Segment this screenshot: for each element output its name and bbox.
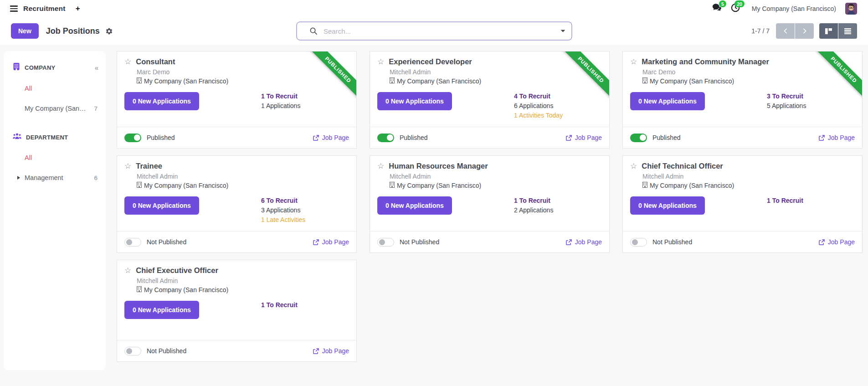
building-icon: [390, 77, 395, 85]
company-switcher[interactable]: My Company (San Francisco): [752, 5, 836, 12]
job-card-cto[interactable]: ☆ Chief Technical Officer Mitchell Admin…: [622, 155, 863, 253]
card-stats: 3 To Recruit 5 Applications: [767, 92, 806, 111]
to-recruit-stat[interactable]: 4 To Recruit: [514, 92, 563, 101]
to-recruit-stat[interactable]: 1 To Recruit: [767, 196, 803, 206]
kanban-view-button[interactable]: [819, 23, 838, 39]
job-title: Chief Technical Officer: [642, 162, 723, 170]
job-page-link[interactable]: Job Page: [313, 238, 349, 246]
to-recruit-stat[interactable]: 1 To Recruit: [514, 196, 553, 206]
publish-label: Published: [147, 134, 175, 141]
recruiter-name: Mitchell Admin: [390, 68, 602, 76]
gear-icon[interactable]: [105, 27, 113, 35]
publish-toggle[interactable]: [630, 134, 647, 142]
recruiter-name: Marc Demo: [642, 68, 855, 76]
favorite-star-icon[interactable]: ☆: [124, 58, 131, 66]
new-button[interactable]: New: [11, 23, 39, 39]
building-icon: [13, 63, 20, 72]
new-applications-button[interactable]: 0 New Applications: [124, 301, 199, 319]
building-icon: [137, 286, 142, 293]
view-switcher: [819, 23, 857, 39]
card-footer: Published Job Page: [623, 127, 862, 148]
favorite-star-icon[interactable]: ☆: [124, 162, 131, 170]
publish-label: Published: [652, 134, 681, 141]
job-page-link[interactable]: Job Page: [313, 134, 349, 141]
department-filter-all[interactable]: All: [4, 154, 106, 161]
new-applications-button[interactable]: 0 New Applications: [124, 92, 199, 110]
to-recruit-stat[interactable]: 1 To Recruit: [261, 92, 300, 101]
publish-label: Not Published: [400, 238, 439, 246]
job-card-experienced-developer[interactable]: PUBLISHED ☆ Experienced Developer Mitche…: [370, 51, 610, 149]
pager-next-button[interactable]: [795, 23, 814, 39]
applications-stat[interactable]: 1 Applications: [261, 101, 300, 111]
card-stats: 4 To Recruit 6 Applications 1 Activities…: [514, 92, 563, 120]
applications-stat[interactable]: 3 Applications: [261, 206, 305, 215]
plus-icon[interactable]: +: [76, 4, 80, 13]
job-card-marketing-manager[interactable]: PUBLISHED ☆ Marketing and Community Mana…: [622, 51, 863, 149]
job-page-link[interactable]: Job Page: [819, 238, 855, 246]
user-avatar[interactable]: [845, 3, 857, 15]
to-recruit-stat[interactable]: 3 To Recruit: [767, 92, 806, 101]
search-bar: [296, 22, 572, 41]
department-filter-management[interactable]: Management 6: [4, 174, 106, 181]
new-applications-button[interactable]: 0 New Applications: [377, 92, 452, 110]
expand-caret-icon[interactable]: [17, 176, 20, 180]
job-card-hr-manager[interactable]: ☆ Human Resources Manager Mitchell Admin…: [370, 155, 610, 253]
favorite-star-icon[interactable]: ☆: [630, 58, 637, 66]
job-page-link[interactable]: Job Page: [566, 134, 602, 141]
applications-stat[interactable]: 6 Applications: [514, 101, 563, 111]
activities-menu[interactable]: 20: [731, 3, 740, 14]
favorite-star-icon[interactable]: ☆: [124, 267, 131, 274]
search-dropdown-caret-icon[interactable]: [560, 30, 565, 32]
search-input[interactable]: [324, 27, 556, 35]
publish-toggle[interactable]: [377, 238, 394, 247]
new-applications-button[interactable]: 0 New Applications: [124, 196, 199, 215]
job-card-trainee[interactable]: ☆ Trainee Mitchell Admin My Company (San…: [117, 155, 357, 253]
list-view-button[interactable]: [838, 23, 857, 39]
external-link-icon: [313, 135, 319, 141]
to-recruit-stat[interactable]: 1 To Recruit: [261, 300, 298, 310]
new-applications-button[interactable]: 0 New Applications: [630, 196, 705, 215]
pager-previous-button[interactable]: [776, 23, 795, 39]
new-applications-button[interactable]: 0 New Applications: [377, 196, 452, 215]
to-recruit-stat[interactable]: 6 To Recruit: [261, 196, 305, 206]
hamburger-menu-icon[interactable]: [10, 5, 18, 12]
new-applications-button[interactable]: 0 New Applications: [630, 92, 705, 110]
recruiter-name: Mitchell Admin: [642, 173, 855, 180]
collapse-sidebar-icon[interactable]: «: [95, 64, 98, 72]
kanban-grid: PUBLISHED ☆ Consultant Marc Demo My Comp…: [117, 51, 863, 362]
job-card-ceo[interactable]: ☆ Chief Executive Officer Mitchell Admin…: [117, 260, 357, 362]
external-link-icon: [819, 135, 825, 141]
card-footer: Not Published Job Page: [370, 231, 609, 252]
job-card-consultant[interactable]: PUBLISHED ☆ Consultant Marc Demo My Comp…: [117, 51, 357, 149]
messages-menu[interactable]: 5: [712, 3, 722, 14]
publish-toggle[interactable]: [124, 134, 141, 142]
applications-stat[interactable]: 5 Applications: [767, 101, 806, 111]
publish-toggle[interactable]: [630, 238, 647, 247]
activities-count-badge: 20: [734, 0, 745, 7]
job-title: Human Resources Manager: [389, 162, 488, 170]
company-line: My Company (San Francisco): [137, 286, 349, 293]
messages-count-badge: 5: [719, 0, 726, 7]
favorite-star-icon[interactable]: ☆: [377, 162, 384, 170]
publish-toggle[interactable]: [124, 238, 141, 247]
late-activities-stat[interactable]: 1 Late Activities: [261, 215, 305, 225]
company-filter-my-company[interactable]: My Company (San… 7: [4, 105, 106, 112]
card-footer: Not Published Job Page: [623, 231, 862, 252]
job-page-link[interactable]: Job Page: [566, 238, 602, 246]
publish-toggle[interactable]: [377, 134, 394, 142]
favorite-star-icon[interactable]: ☆: [630, 162, 637, 170]
card-stats: 1 To Recruit 2 Applications: [514, 196, 553, 215]
app-name[interactable]: Recruitment: [23, 5, 66, 13]
publish-toggle[interactable]: [124, 347, 141, 355]
favorite-star-icon[interactable]: ☆: [377, 58, 384, 66]
job-page-link[interactable]: Job Page: [313, 347, 349, 355]
applications-stat[interactable]: 2 Applications: [514, 206, 553, 215]
company-filter-count: 7: [94, 105, 98, 112]
company-filter-all[interactable]: All: [4, 85, 106, 92]
pager-range: 1-7 / 7: [751, 27, 770, 35]
recruiter-name: Marc Demo: [137, 68, 349, 76]
activity-today-stat[interactable]: 1 Activities Today: [514, 111, 563, 120]
company-section-header: COMPANY «: [4, 63, 106, 72]
top-navbar: Recruitment + 5 20 My Company (San Franc…: [0, 0, 868, 17]
job-page-link[interactable]: Job Page: [819, 134, 855, 141]
